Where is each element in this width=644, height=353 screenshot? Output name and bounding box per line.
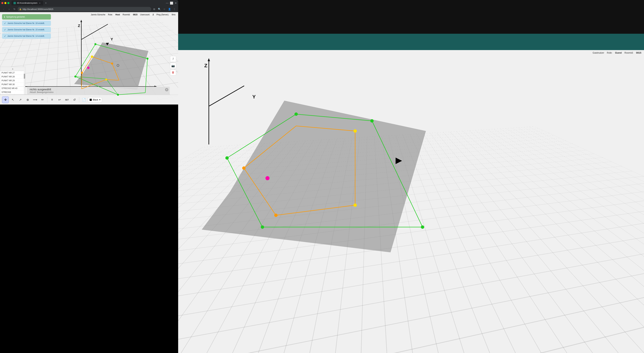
second-z-axis — [208, 60, 209, 144]
teal-bar — [178, 34, 644, 50]
browser-titlebar: 3D-Koordinatensystem ✕ + — ⬜ ✕ — [0, 0, 178, 6]
undo-button[interactable]: ↩ — [56, 96, 63, 103]
bookmark-button[interactable]: ☆ — [162, 7, 167, 12]
header-ping-label: Ping (Server): — [156, 14, 169, 16]
tab-title: 3D-Koordinatensystem — [17, 2, 38, 4]
left-panel: ∧ PUNKT NR.27 PUNKT NR.28 PUNKT NR.29 PU… — [0, 67, 25, 94]
panel-scrollbar[interactable] — [24, 67, 25, 94]
draw-button[interactable]: ✏ — [39, 96, 46, 103]
close-icon[interactable]: ✕ — [174, 2, 177, 5]
select-tool-button[interactable]: ↖ — [10, 96, 16, 103]
back-button[interactable]: ‹ — [1, 7, 6, 12]
toast-text-3: Jannis Günsche hat Ebene Nr. 14 erstellt… — [8, 35, 45, 37]
toast-icon-2: ✓ — [4, 28, 6, 31]
move-tool-button[interactable]: ✥ — [2, 96, 9, 103]
panel-item-5[interactable]: STRECKE — [0, 90, 25, 94]
toast-icon-0: ℹ — [4, 16, 5, 18]
search-button[interactable]: 🔍 — [157, 7, 162, 12]
panel-toggle[interactable]: ∧ — [0, 67, 25, 71]
separator-2 — [79, 97, 79, 102]
url-text: http://localhost:3000/room/0815 — [22, 8, 150, 10]
window-maximize-button[interactable] — [8, 2, 10, 4]
address-bar[interactable]: 🔒 http://localhost:3000/room/0815 — [18, 7, 151, 11]
tab-favicon — [14, 2, 16, 4]
connect-button[interactable]: ⟶ — [32, 96, 38, 103]
panel-item-4[interactable]: STRECKE NR.43 — [0, 86, 25, 90]
toast-text-0: Spiegelung gestartet. — [6, 16, 25, 18]
selection-info: ✕ nichts ausgewählt Aktuell: Bewegungsmo… — [27, 87, 170, 95]
color-chevron: ▾ — [99, 98, 100, 101]
header-usercount-label: Usercount: — [140, 14, 150, 16]
set-button[interactable]: SET — [64, 96, 70, 103]
app-content: Z Y X — [0, 12, 178, 104]
browser-toolbar: ‹ › ↻ 🔒 http://localhost:3000/room/0815 … — [0, 6, 178, 12]
reset-button[interactable]: ↺ — [71, 96, 78, 103]
refresh-button[interactable]: ↻ — [12, 7, 17, 12]
tab-close-button[interactable]: ✕ — [38, 2, 41, 4]
delete-button[interactable]: 🗑 — [170, 70, 176, 76]
second-window-header: Gastnutzer Role: Guest RoomId: 0815 — [592, 52, 641, 54]
second-user: Gastnutzer — [592, 52, 604, 54]
share-button[interactable]: ⤴ — [170, 56, 176, 62]
restore-icon[interactable]: ⬜ — [170, 2, 173, 5]
right-panel: ⤴ 📷 🗑 — [170, 56, 176, 76]
header-usercount: 2 — [153, 14, 154, 16]
menu-button[interactable]: ⋮ — [172, 7, 177, 12]
panel-scroll-thumb — [24, 74, 25, 79]
export-button[interactable]: 📄 — [80, 96, 87, 103]
canvas-3d: Z Y X — [0, 12, 178, 104]
toast-icon-3: ✓ — [4, 35, 6, 38]
second-role-label: Role: — [607, 52, 612, 54]
second-window: Gastnutzer Role: Guest RoomId: 0815 Z Y — [178, 50, 644, 353]
lock-icon: 🔒 — [19, 8, 22, 10]
selection-title: nichts ausgewählt — [30, 88, 167, 91]
z-axis-label: Z — [78, 24, 80, 28]
header-ping: 9ms — [172, 14, 176, 16]
toast-2: ✓ Jannis Günsche hat Ebene Nr. 15 erstel… — [2, 27, 51, 32]
panel-item-0[interactable]: PUNKT NR.27 — [0, 71, 25, 75]
y-axis-label: Y — [110, 37, 113, 42]
toast-3: ✓ Jannis Günsche hat Ebene Nr. 14 erstel… — [2, 34, 51, 39]
header-room-label: RoomId: — [123, 14, 130, 16]
panel-item-1[interactable]: PUNKT NR.28 — [0, 75, 25, 79]
color-label: Black — [93, 98, 98, 101]
panel-item-2[interactable]: PUNKT NR.29 — [0, 79, 25, 82]
color-dropdown[interactable]: Black ▾ — [88, 97, 102, 102]
browser-window: 3D-Koordinatensystem ✕ + — ⬜ ✕ ‹ › ↻ 🔒 h… — [0, 0, 178, 104]
header-info: Jannis Günsche Role: Host RoomId: 0815 U… — [91, 14, 176, 16]
header-user: Jannis Günsche — [91, 14, 105, 16]
second-role: Guest — [615, 52, 622, 54]
header-role-label: Role: — [108, 14, 113, 16]
add-point-button[interactable]: ⊕ — [24, 96, 31, 103]
select-rect-tool-button[interactable]: ↗ — [17, 96, 24, 103]
header-role: Host — [116, 14, 120, 16]
second-y-label: Y — [252, 94, 256, 100]
minimize-icon[interactable]: — — [166, 2, 168, 4]
second-room: 0815 — [636, 52, 641, 54]
profile-button[interactable]: 👤 — [167, 7, 172, 12]
tab-bar: 3D-Koordinatensystem ✕ + — [12, 1, 166, 6]
flatten-button[interactable]: ≡ — [49, 96, 56, 103]
header-room: 0815 — [133, 14, 138, 16]
window-controls — [1, 2, 10, 4]
toast-text-1: Jannis Günsche hat Ebene Nr. 16 erstellt… — [8, 22, 45, 24]
window-minimize-button[interactable] — [4, 2, 6, 4]
extensions-button[interactable]: ⊞ — [152, 7, 156, 12]
panel-list: PUNKT NR.27 PUNKT NR.28 PUNKT NR.29 PUNK… — [0, 71, 25, 94]
new-tab-button[interactable]: + — [44, 1, 48, 5]
selection-close-button[interactable]: ✕ — [165, 88, 168, 91]
toast-1: ✓ Jannis Günsche hat Ebene Nr. 16 erstel… — [2, 20, 51, 26]
toast-0: ℹ Spiegelung gestartet. — [2, 14, 51, 20]
second-room-label: RoomId: — [624, 52, 634, 54]
panel-item-3[interactable]: PUNKT NR.30 — [0, 82, 25, 86]
screenshot-button[interactable]: 📷 — [170, 63, 176, 69]
notifications: ℹ Spiegelung gestartet. ✓ Jannis Günsche… — [2, 14, 51, 39]
second-z-label: Z — [204, 63, 207, 68]
tab-3d-koordinatensystem[interactable]: 3D-Koordinatensystem ✕ — [12, 1, 43, 6]
toast-text-2: Jannis Günsche hat Ebene Nr. 15 erstellt… — [8, 28, 45, 31]
forward-button[interactable]: › — [7, 7, 12, 12]
bottom-toolbar: ✥ ↖ ↗ ⊕ ⟶ ✏ ≡ ↩ SET ↺ 📄 Black ▾ — [0, 95, 178, 104]
toast-icon-1: ✓ — [4, 22, 6, 24]
toolbar-icons: ⊞ 🔍 ☆ 👤 ⋮ — [152, 7, 177, 12]
window-close-button[interactable] — [1, 2, 3, 4]
